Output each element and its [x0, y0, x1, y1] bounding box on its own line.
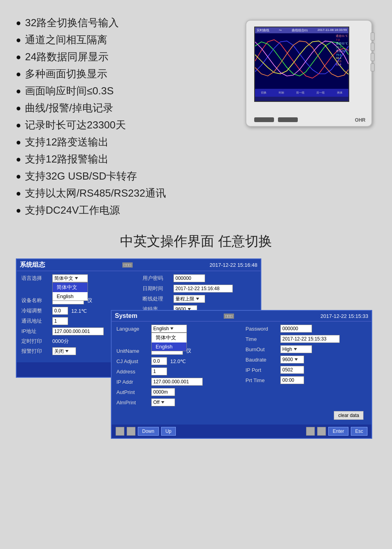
en-empty-btn1[interactable] [116, 427, 124, 436]
en-panel-title: System [115, 312, 137, 319]
en-ip-input[interactable] [151, 378, 203, 386]
cn-pwd-label: 用户密码 [143, 275, 170, 282]
cn-pwd-input[interactable] [173, 274, 205, 282]
cn-burnout-value: 量程上限 [175, 296, 194, 302]
cn-cj-val1[interactable] [52, 307, 68, 315]
side-button-4[interactable] [371, 63, 375, 71]
en-alarm-arrow [161, 401, 164, 404]
en-lang-label: Language [116, 326, 148, 332]
en-up-btn[interactable]: Up [161, 427, 176, 436]
en-prttime-input[interactable] [280, 376, 304, 384]
en-down-btn[interactable]: Down [138, 427, 159, 436]
feature-item: 画面响应时间≤0.3S [16, 84, 230, 98]
cn-ip-input[interactable] [52, 327, 104, 335]
en-empty-btn2[interactable] [127, 427, 135, 436]
cn-print-value: 0000分 [52, 338, 69, 345]
cn-addr-label: 通讯地址 [21, 318, 49, 325]
side-button-3[interactable] [371, 53, 375, 61]
en-alarm-value: Off [153, 400, 160, 405]
btn-timescale[interactable]: 时标 [279, 91, 284, 95]
en-alarm-row: AlmPrint Off [116, 398, 238, 406]
en-print-row: AutPrint [116, 388, 238, 396]
en-lang-dropdown[interactable]: English [151, 325, 187, 333]
en-panel-bottom: Down Up Enter Esc [112, 425, 371, 438]
en-panel-body: Language English 简体中文 English [112, 321, 371, 423]
btn-body[interactable]: 画体 [337, 91, 343, 95]
en-lang-menu[interactable]: 简体中文 English [151, 333, 187, 351]
device-bottom-buttons [254, 117, 298, 122]
en-empty-btn4[interactable] [317, 427, 326, 436]
cn-lang-menu[interactable]: 简体中文 English [52, 282, 88, 301]
en-baud-arrow [295, 358, 298, 361]
cn-alarm-arrow [65, 350, 69, 352]
cn-alarm-value: 关闭 [54, 348, 64, 355]
side-button-1[interactable] [371, 33, 375, 40]
en-baud-row: Baudrate 9600 [245, 356, 367, 363]
en-print-label: AutPrint [116, 389, 148, 395]
en-esc-btn[interactable]: Esc [351, 427, 367, 436]
en-addr-label: Address [116, 369, 148, 375]
screen-icon: 〜 [279, 28, 282, 33]
en-time-input[interactable] [280, 335, 340, 343]
en-lang-opt2[interactable]: English [152, 342, 186, 351]
btn-next[interactable]: 后一组 [316, 91, 325, 95]
device-label: OHR [355, 117, 365, 123]
bottom-btn-2[interactable] [278, 117, 298, 122]
en-cj-val1[interactable] [151, 357, 167, 365]
cn-panel-header: 系统组态 □□□ 2017-12-22 15:16:48 [17, 259, 261, 271]
top-section: 32路全切换信号输入通道之间相互隔离24路数据同屏显示多种画面切换显示画面响应时… [0, 0, 392, 228]
device-container: 实时曲线 〜 曲线组合01 2017-11-08 16:33:59 [242, 12, 376, 220]
section-title: 中英文操作界面 任意切换 [0, 232, 392, 251]
cn-alarm-dropdown[interactable]: 关闭 [52, 347, 76, 355]
en-prttime-label: Prt Time [245, 377, 277, 383]
en-ip-row: IP Addr [116, 378, 238, 386]
feature-item: 支持12路报警输出 [16, 152, 230, 166]
btn-prev[interactable]: 前一组 [296, 91, 304, 95]
en-burnout-dropdown[interactable]: High [280, 345, 312, 353]
cn-panel-date: 2017-12-22 15:16:48 [209, 262, 257, 268]
en-lang-value: English [153, 326, 169, 331]
feature-item: 24路数据同屏显示 [16, 50, 230, 64]
cn-lang-row: 语言选择 简体中文 简体中文 English [21, 274, 135, 282]
en-cj-label: CJ Adjust [116, 358, 148, 364]
en-baud-dropdown[interactable]: 9600 [280, 356, 304, 363]
en-alarm-dropdown[interactable]: Off [151, 398, 175, 406]
cn-lang-opt2[interactable]: English [53, 292, 88, 300]
en-pwd-input[interactable] [280, 325, 312, 333]
feature-item: 多种画面切换显示 [16, 67, 230, 81]
screen-title: 实时曲线 [257, 28, 269, 33]
cn-addr-input[interactable] [52, 317, 68, 325]
en-enter-btn[interactable]: Enter [328, 427, 348, 436]
cn-lang-opt1[interactable]: 简体中文 [53, 283, 88, 292]
clear-data-button[interactable]: clear data [334, 411, 363, 420]
cn-lang-label: 语言选择 [21, 275, 49, 282]
en-port-row: IP Port [245, 366, 367, 374]
en-empty-btn3[interactable] [306, 427, 315, 436]
cn-ip-label: IP地址 [21, 328, 49, 335]
en-baud-label: Baudrate [245, 357, 277, 363]
en-alarm-label: AlmPrint [116, 400, 148, 406]
en-panel-header: System □□□ 2017-12-22 15:15:33 [112, 311, 371, 321]
en-panel-date: 2017-12-22 15:15:33 [320, 313, 368, 319]
en-print-input[interactable] [151, 388, 175, 396]
side-button-2[interactable] [371, 43, 375, 51]
en-panel: System □□□ 2017-12-22 15:15:33 Language … [111, 310, 372, 439]
bottom-btn-1[interactable] [254, 117, 274, 122]
btn-switch[interactable]: 切换 [261, 91, 266, 95]
en-addr-input[interactable] [151, 367, 167, 375]
en-col-left: Language English 简体中文 English [116, 325, 238, 409]
cn-lang-dropdown[interactable]: 简体中文 [52, 274, 88, 282]
en-time-row: Time [245, 335, 367, 343]
en-pwd-label: Password [245, 326, 277, 332]
feature-item: 通道之间相互隔离 [16, 33, 230, 47]
feature-item: 支持32G USB/SD卡转存 [16, 169, 230, 183]
en-col-right: Password Time BurnOut High [245, 325, 367, 409]
cn-burnout-dropdown[interactable]: 量程上限 [173, 295, 205, 303]
screen-values: 通道01 ℃ 7.0 通道02 ℃ 37.6 通道04 ℃ 75.5 98.4 … [336, 34, 348, 66]
cn-date-input[interactable] [173, 285, 233, 293]
device-screen: 实时曲线 〜 曲线组合01 2017-11-08 16:33:59 [254, 27, 349, 102]
en-lang-opt1[interactable]: 简体中文 [152, 333, 186, 342]
cn-cj-label: 冷端调整 [21, 307, 49, 314]
screen-chart: 通道01 ℃ 7.0 通道02 ℃ 37.6 通道04 ℃ 75.5 98.4 … [255, 33, 348, 89]
en-port-input[interactable] [280, 366, 304, 374]
